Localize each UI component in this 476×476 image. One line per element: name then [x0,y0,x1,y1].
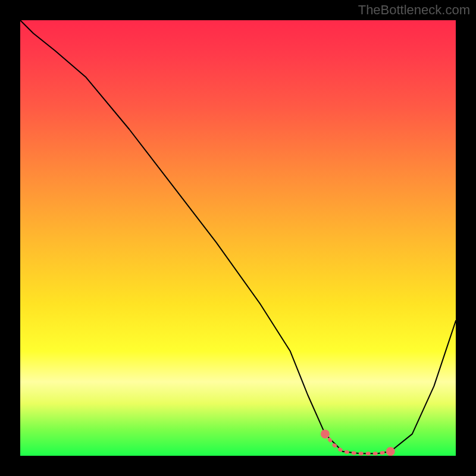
plot-area [20,20,456,456]
bottleneck-curve [20,20,456,453]
watermark-text: TheBottleneck.com [358,2,470,18]
sweet-spot-line [325,434,390,453]
sweet-spot-highlight [322,431,393,454]
chart-svg [20,20,456,456]
sweet-spot-end-dot [387,449,393,455]
sweet-spot-end-dot [322,431,328,437]
